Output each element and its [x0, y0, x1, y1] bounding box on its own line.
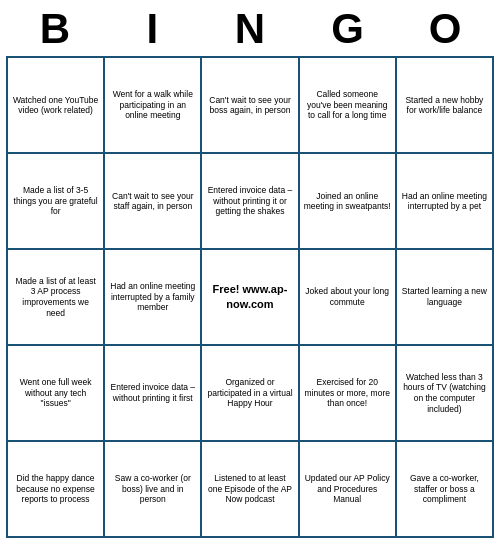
bingo-cell-3: Called someone you've been meaning to ca…: [300, 58, 397, 154]
bingo-cell-6: Can't wait to see your staff again, in p…: [105, 154, 202, 250]
bingo-cell-21: Saw a co-worker (or boss) live and in pe…: [105, 442, 202, 538]
bingo-cell-10: Made a list of at least 3 AP process imp…: [8, 250, 105, 346]
bingo-cell-15: Went one full week without any tech "iss…: [8, 346, 105, 442]
bingo-cell-9: Had an online meeting interrupted by a p…: [397, 154, 494, 250]
bingo-cell-20: Did the happy dance because no expense r…: [8, 442, 105, 538]
bingo-cell-19: Watched less than 3 hours of TV (watchin…: [397, 346, 494, 442]
bingo-cell-22: Listened to at least one Episode of the …: [202, 442, 299, 538]
bingo-letter-i: I: [108, 6, 196, 52]
bingo-cell-4: Started a new hobby for work/life balanc…: [397, 58, 494, 154]
bingo-letter-n: N: [206, 6, 294, 52]
bingo-cell-0: Watched one YouTube video (work related): [8, 58, 105, 154]
bingo-cell-1: Went for a walk while participating in a…: [105, 58, 202, 154]
bingo-cell-18: Exercised for 20 minutes or more, more t…: [300, 346, 397, 442]
bingo-letter-g: G: [304, 6, 392, 52]
bingo-cell-2: Can't wait to see your boss again, in pe…: [202, 58, 299, 154]
bingo-cell-7: Entered invoice data – without printing …: [202, 154, 299, 250]
bingo-letter-o: O: [401, 6, 489, 52]
bingo-cell-14: Started learning a new language: [397, 250, 494, 346]
bingo-cell-11: Had an online meeting interrupted by a f…: [105, 250, 202, 346]
bingo-cell-24: Gave a co-worker, staffer or boss a comp…: [397, 442, 494, 538]
bingo-cell-16: Entered invoice data – without printing …: [105, 346, 202, 442]
bingo-letter-b: B: [11, 6, 99, 52]
bingo-grid: Watched one YouTube video (work related)…: [6, 56, 494, 538]
bingo-cell-13: Joked about your long commute: [300, 250, 397, 346]
bingo-header: BINGO: [6, 6, 494, 52]
bingo-cell-8: Joined an online meeting in sweatpants!: [300, 154, 397, 250]
bingo-cell-12: Free! www.ap-now.com: [202, 250, 299, 346]
bingo-cell-17: Organized or participated in a virtual H…: [202, 346, 299, 442]
bingo-cell-5: Made a list of 3-5 things you are gratef…: [8, 154, 105, 250]
bingo-cell-23: Updated our AP Policy and Procedures Man…: [300, 442, 397, 538]
